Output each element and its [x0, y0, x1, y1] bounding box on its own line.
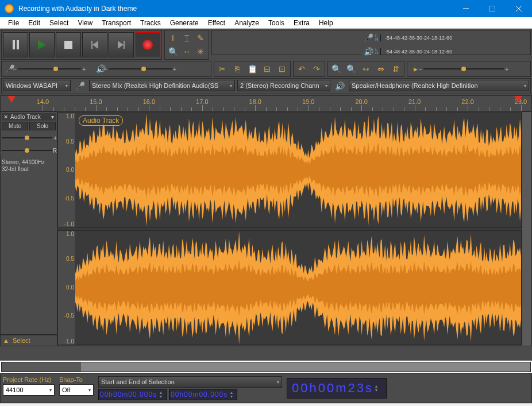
meters-toolbar: 🎤 LR -54-48-42-36-30-24-18-12-60 🔊 LR -5… [211, 30, 531, 55]
play-button[interactable] [29, 32, 55, 57]
menu-tools[interactable]: Tools [264, 18, 289, 28]
edit-toolbar: ✂ ⎘ 📋 ⊟ ⊡ [214, 61, 291, 77]
copy-icon[interactable]: ⎘ [230, 63, 244, 75]
mute-button[interactable]: Mute [2, 122, 28, 130]
selection-end-time[interactable]: 00h00m00.000s▴▾ [169, 389, 237, 400]
undo-icon[interactable]: ↶ [295, 63, 309, 75]
multi-tool-icon[interactable]: ✳ [194, 45, 207, 58]
vertical-scrollbar[interactable] [522, 111, 532, 346]
fit-project-icon[interactable]: ⇔ [374, 63, 388, 75]
maximize-button[interactable] [479, 0, 506, 17]
zoom-tool-icon[interactable]: 🔍 [166, 45, 180, 58]
svg-rect-0 [489, 6, 495, 11]
selection-type-combo[interactable]: Start and End of Selection▾ [98, 376, 282, 388]
undo-toolbar: ↶ ↷ [293, 61, 325, 77]
menu-extra[interactable]: Extra [289, 18, 314, 28]
collapse-icon[interactable]: ▲ [3, 337, 9, 344]
zoom-out-icon[interactable]: 🔍 [344, 63, 358, 75]
selection-toolbar: Project Rate (Hz) 44100▾ Snap-To Off▾ St… [0, 373, 532, 403]
zoom-toolbar: 🔍 🔍 ⇿ ⇔ ⇵ [327, 61, 404, 77]
silence-icon[interactable]: ⊡ [275, 63, 289, 75]
zoom-in-icon[interactable]: 🔍 [329, 63, 343, 75]
minimize-button[interactable] [453, 0, 479, 17]
track-format-info: Stereo, 44100Hz 32-bit float [2, 159, 56, 173]
menu-edit[interactable]: Edit [24, 18, 45, 28]
below-tracks-area [0, 346, 532, 361]
menu-generate[interactable]: Generate [165, 18, 203, 28]
redo-icon[interactable]: ↷ [310, 63, 323, 75]
track-name[interactable]: Audio Track [9, 114, 50, 120]
selection-tool-icon[interactable]: I [166, 32, 180, 44]
menu-select[interactable]: Select [45, 18, 73, 28]
fit-selection-icon[interactable]: ⇿ [359, 63, 373, 75]
horizontal-scrollbar[interactable] [1, 362, 531, 372]
select-label[interactable]: Select [13, 337, 30, 344]
close-button[interactable] [506, 0, 532, 17]
pause-button[interactable] [3, 32, 28, 57]
mic-device-icon: 🎤 [73, 80, 87, 92]
tools-toolbar: I ⌶ ✎ 🔍 ↔ ✳ [164, 30, 209, 60]
tracks-area: ✕ Audio Track ▾ Mute Solo −+ LR Stereo, … [0, 111, 532, 346]
waveform-left-channel[interactable]: 1.00.50.0-0.5-1.0 Audio Track [57, 113, 522, 228]
audio-position-time[interactable]: 00h00m23s▴▾ [287, 378, 387, 399]
rec-device-combo[interactable]: Stereo Mix (Realtek High Definition Audi… [89, 80, 235, 91]
rec-meter-lr: LR [375, 34, 380, 41]
paste-icon[interactable]: 📋 [245, 63, 259, 75]
menu-bar: File Edit Select View Transport Tracks G… [0, 17, 532, 29]
play-speed-slider[interactable]: −+ [423, 64, 504, 74]
play-meter-scale: -54-48-42-36-30-24-18-12-60 [380, 49, 390, 55]
waveform-display[interactable]: 1.00.50.0-0.5-1.0 Audio Track 1.00.50.0-… [57, 111, 522, 346]
transport-toolbar [1, 30, 162, 60]
record-button[interactable] [135, 32, 160, 57]
menu-transport[interactable]: Transport [97, 18, 136, 28]
pan-slider[interactable]: LR [2, 145, 52, 156]
timeshift-tool-icon[interactable]: ↔ [180, 45, 194, 58]
device-toolbar: Windows WASAPI▾ 🎤 Stereo Mix (Realtek Hi… [1, 78, 531, 94]
rec-volume-slider[interactable]: −+ [18, 64, 81, 74]
waveform-right-channel[interactable]: 1.00.50.0-0.5-1.0 [57, 230, 522, 346]
mic-meter-icon[interactable]: 🎤 [361, 32, 375, 44]
rec-meter[interactable]: -54-48-42-36-30-24-18-12-60 [380, 34, 381, 41]
selection-start-time[interactable]: 00h00m00.000s▴▾ [98, 389, 167, 400]
track-close-icon[interactable]: ✕ [2, 114, 9, 120]
quickplay-marker-right-icon[interactable] [514, 96, 522, 103]
play-meter[interactable]: -54-48-42-36-30-24-18-12-60 [380, 48, 381, 55]
skip-end-button[interactable] [109, 32, 134, 57]
envelope-tool-icon[interactable]: ⌶ [180, 32, 194, 44]
track-menu-icon[interactable]: ▾ [50, 114, 55, 120]
timeline-ruler[interactable]: 14.015.016.017.018.019.020.021.022.023.0 [0, 95, 532, 111]
draw-tool-icon[interactable]: ✎ [194, 32, 207, 44]
play-volume-slider[interactable]: −+ [109, 64, 172, 74]
play-device-combo[interactable]: Speaker/Headphone (Realtek High Definiti… [349, 80, 529, 91]
status-bar: Recording. Disk space remaining for reco… [0, 403, 532, 406]
rec-channels-combo[interactable]: 2 (Stereo) Recording Chann▾ [237, 80, 330, 91]
track-label-overlay: Audio Track [79, 115, 123, 126]
solo-button[interactable]: Solo [29, 122, 56, 130]
project-rate-label: Project Rate (Hz) [3, 376, 55, 383]
project-rate-combo[interactable]: 44100▾ [3, 384, 55, 396]
zoom-toggle-icon[interactable]: ⇵ [389, 63, 403, 75]
track-collapse-row[interactable]: ▲ Select [0, 335, 57, 346]
menu-effect[interactable]: Effect [203, 18, 230, 28]
skip-start-button[interactable] [82, 32, 107, 57]
audio-host-combo[interactable]: Windows WASAPI▾ [3, 80, 71, 91]
gain-slider[interactable]: −+ [2, 133, 52, 143]
speaker-meter-icon[interactable]: 🔊 [361, 45, 375, 58]
menu-analyze[interactable]: Analyze [230, 18, 264, 28]
play-meter-lr: LR [375, 48, 380, 55]
snap-label: Snap-To [59, 376, 94, 383]
trim-icon[interactable]: ⊟ [260, 63, 274, 75]
menu-view[interactable]: View [73, 18, 97, 28]
stop-button[interactable] [56, 32, 81, 57]
speaker-device-icon: 🔊 [333, 80, 346, 92]
cut-icon[interactable]: ✂ [215, 63, 229, 75]
rec-meter-scale: -54-48-42-36-30-24-18-12-60 [380, 35, 390, 41]
y-axis-right: 1.00.50.0-0.5-1.0 [58, 231, 75, 345]
menu-help[interactable]: Help [314, 18, 338, 28]
menu-file[interactable]: File [3, 18, 24, 28]
title-bar: Recording with Audacity in Dark theme [0, 0, 532, 17]
menu-tracks[interactable]: Tracks [136, 18, 165, 28]
app-logo-icon [5, 4, 14, 13]
track-control-panel[interactable]: ✕ Audio Track ▾ Mute Solo −+ LR Stereo, … [0, 111, 57, 335]
snap-combo[interactable]: Off▾ [59, 384, 94, 396]
